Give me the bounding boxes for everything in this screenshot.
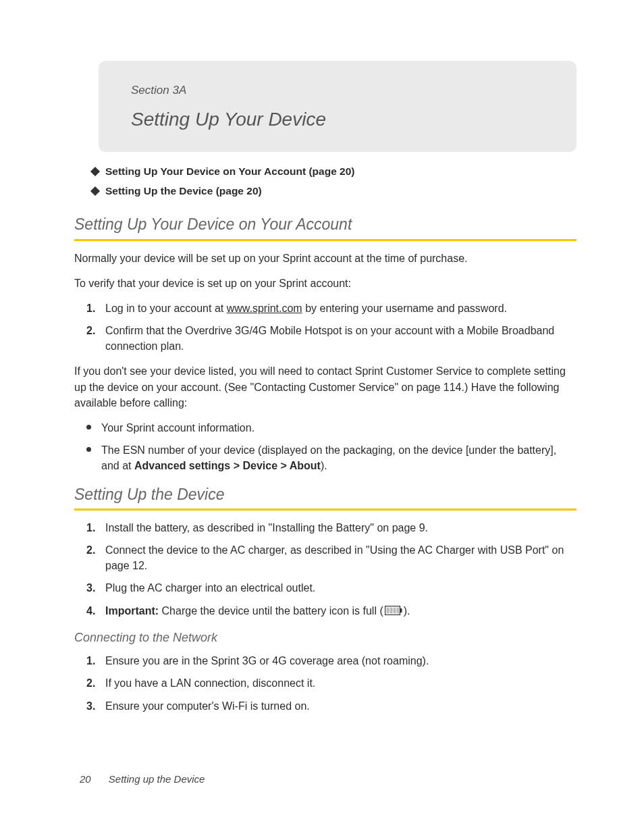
important-label: Important: — [105, 605, 159, 617]
step-text: Ensure you are in the Sprint 3G or 4G co… — [105, 653, 576, 669]
bullet-text: Your Sprint account information. — [101, 420, 576, 436]
svg-rect-1 — [400, 608, 402, 613]
body-text: To verify that your device is set up on … — [74, 276, 576, 291]
text-run: Charge the device until the battery icon… — [159, 605, 383, 617]
menu-path: Device — [242, 460, 277, 471]
bullet-icon — [86, 420, 101, 436]
step-number: 2. — [86, 675, 105, 691]
step-text: Install the battery, as described in "In… — [105, 520, 576, 536]
step-number: 1. — [86, 653, 105, 669]
list-item: 2. Connect the device to the AC charger,… — [86, 542, 576, 573]
step-number: 4. — [86, 603, 105, 619]
page-number: 20 — [80, 773, 91, 785]
list-item: 1. Ensure you are in the Sprint 3G or 4G… — [86, 653, 576, 669]
verify-steps: 1. Log in to your account at www.sprint.… — [86, 301, 576, 355]
separator: > — [230, 460, 242, 471]
heading-account: Setting Up Your Device on Your Account — [74, 213, 576, 240]
step-text: Important: Charge the device until the b… — [105, 603, 576, 619]
bullet-icon — [86, 442, 101, 473]
bullet-text: The ESN number of your device (displayed… — [101, 442, 576, 473]
toc-item[interactable]: Setting Up Your Device on Your Account (… — [88, 164, 576, 179]
diamond-icon — [90, 167, 100, 176]
toc-text: Setting Up the Device (page 20) — [105, 184, 262, 199]
document-page: Section 3A Setting Up Your Device Settin… — [0, 0, 644, 714]
step-number: 3. — [86, 580, 105, 596]
list-item: The ESN number of your device (displayed… — [86, 442, 576, 473]
step-text: If you have a LAN connection, disconnect… — [105, 675, 576, 691]
heading-network: Connecting to the Network — [74, 629, 576, 646]
step-text: Confirm that the Overdrive 3G/4G Mobile … — [105, 323, 576, 354]
list-item: 3. Ensure your computer's Wi-Fi is turne… — [86, 698, 576, 714]
step-number: 2. — [86, 542, 105, 573]
list-item: 4. Important: Charge the device until th… — [86, 603, 576, 619]
svg-rect-5 — [396, 607, 399, 613]
step-number: 3. — [86, 698, 105, 714]
list-item: 2. Confirm that the Overdrive 3G/4G Mobi… — [86, 323, 576, 354]
list-item: 1. Install the battery, as described in … — [86, 520, 576, 536]
network-steps: 1. Ensure you are in the Sprint 3G or 4G… — [86, 653, 576, 714]
battery-full-icon — [385, 604, 402, 619]
svg-rect-3 — [390, 607, 392, 613]
text-run: by entering your username and password. — [302, 303, 507, 314]
step-text: Plug the AC charger into an electrical o… — [105, 580, 576, 596]
step-number: 1. — [86, 520, 105, 536]
body-text: If you don't see your device listed, you… — [74, 363, 576, 411]
section-header: Section 3A Setting Up Your Device — [99, 61, 576, 152]
sprint-link[interactable]: www.sprint.com — [227, 303, 302, 314]
body-text: Normally your device will be set up on y… — [74, 251, 576, 266]
list-item: 3. Plug the AC charger into an electrica… — [86, 580, 576, 596]
step-text: Ensure your computer's Wi-Fi is turned o… — [105, 698, 576, 714]
diamond-icon — [90, 186, 100, 196]
toc-text: Setting Up Your Device on Your Account (… — [105, 164, 354, 179]
menu-path: About — [290, 460, 321, 471]
list-item: Your Sprint account information. — [86, 420, 576, 436]
toc-list: Setting Up Your Device on Your Account (… — [88, 164, 576, 199]
menu-path: Advanced settings — [134, 460, 230, 471]
section-title: Setting Up Your Device — [131, 106, 556, 134]
list-item: 2. If you have a LAN connection, disconn… — [86, 675, 576, 691]
svg-rect-4 — [393, 607, 396, 613]
separator: > — [277, 460, 290, 471]
toc-item[interactable]: Setting Up the Device (page 20) — [88, 184, 576, 199]
step-number: 2. — [86, 323, 105, 354]
text-run: ). — [404, 605, 410, 617]
text-run: Log in to your account at — [105, 303, 227, 314]
page-footer: 20 Setting up the Device — [80, 772, 205, 787]
step-text: Connect the device to the AC charger, as… — [105, 542, 576, 573]
call-list: Your Sprint account information. The ESN… — [86, 420, 576, 474]
heading-setup: Setting Up the Device — [74, 484, 576, 511]
step-text: Log in to your account at www.sprint.com… — [105, 301, 576, 316]
section-label: Section 3A — [131, 82, 556, 99]
list-item: 1. Log in to your account at www.sprint.… — [86, 301, 576, 316]
setup-steps: 1. Install the battery, as described in … — [86, 520, 576, 619]
text-run: ). — [321, 460, 327, 471]
step-number: 1. — [86, 301, 105, 316]
svg-rect-2 — [386, 607, 389, 613]
footer-title: Setting up the Device — [109, 773, 205, 785]
